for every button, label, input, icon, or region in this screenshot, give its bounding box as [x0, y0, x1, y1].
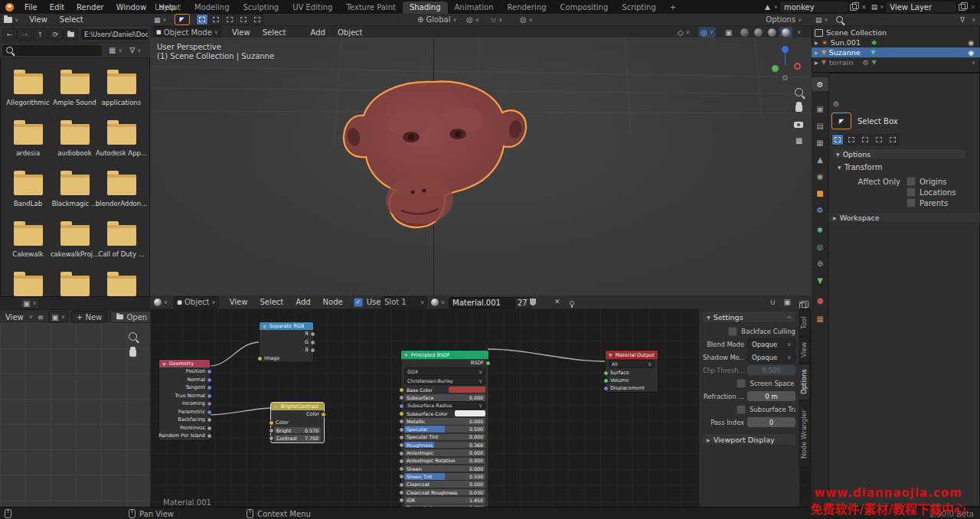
- folder-item[interactable]: cakewalkProj...: [51, 221, 98, 267]
- node-value-row[interactable]: Sheen0.000: [401, 465, 488, 472]
- node-value-row[interactable]: Sheen Tint0.500: [401, 472, 488, 480]
- select-mode-circle[interactable]: [224, 14, 236, 25]
- workspace-panel-header[interactable]: ▶ Workspace: [828, 212, 980, 223]
- scene-icon[interactable]: ▲: [765, 3, 770, 11]
- tab-render-icon[interactable]: ▣: [812, 102, 828, 116]
- node-value-row[interactable]: Clearcoat Roughness0.030: [401, 488, 488, 496]
- distribution-dropdown[interactable]: GGX∨: [404, 367, 485, 376]
- node-output-row[interactable]: Color: [271, 410, 324, 419]
- tab-scene-icon[interactable]: ▲: [812, 152, 828, 166]
- node-header[interactable]: ▼ Material Output: [606, 351, 658, 359]
- refraction-field[interactable]: 0 m: [747, 391, 795, 401]
- slot-dropdown[interactable]: Slot 1 ∨: [381, 296, 427, 308]
- image-editor-canvas[interactable]: [0, 323, 150, 507]
- folder-item[interactable]: blenderAddon...: [98, 171, 145, 217]
- tab-rendering[interactable]: Rendering: [501, 2, 554, 14]
- viewport-ortho-toggle-icon[interactable]: ▦: [795, 136, 802, 145]
- viewport-display-panel-header[interactable]: ▶ Viewport Display: [702, 433, 796, 446]
- ie-view-menu[interactable]: View: [2, 313, 27, 322]
- view-layer-field[interactable]: View Layer: [885, 1, 957, 13]
- new-image-button[interactable]: + New: [71, 311, 107, 323]
- image-editor-type-button[interactable]: ▣ ∨: [20, 297, 40, 309]
- file-browser-editor-icon[interactable]: [4, 17, 12, 23]
- vp-object-menu[interactable]: Object: [332, 28, 369, 37]
- material-output-node[interactable]: ▼ Material Output All∨ Surface Volume Di…: [605, 350, 658, 393]
- node-input-row[interactable]: Volume: [606, 377, 658, 384]
- back-button[interactable]: ←: [2, 28, 17, 41]
- new-layer-icon[interactable]: [959, 4, 965, 11]
- bsdf-output-row[interactable]: BSDF: [401, 359, 488, 367]
- base-color-row[interactable]: Base Color: [401, 386, 488, 393]
- mode-lasso[interactable]: [873, 134, 885, 145]
- se-view-menu[interactable]: View: [224, 298, 254, 306]
- separate-rgb-node[interactable]: ▼ Separate RGB R G B Image: [259, 322, 314, 363]
- material-name-field[interactable]: Material.001: [449, 297, 516, 308]
- tab-tool-icon[interactable]: ⚙: [812, 77, 828, 91]
- display-mode-button[interactable]: ▦∨: [106, 45, 125, 56]
- transform-subpanel-header[interactable]: ▼ Transform: [838, 163, 882, 171]
- view-layer-icon[interactable]: ▤: [871, 3, 878, 11]
- node-input-row[interactable]: Image: [260, 354, 313, 363]
- tab-uv-editing[interactable]: UV Editing: [286, 2, 339, 14]
- node-value-row[interactable]: Clearcoat0.000: [401, 481, 488, 488]
- outliner-search-icon[interactable]: [836, 16, 843, 23]
- subsurface-radius-row[interactable]: Subsurface Radius∨: [401, 402, 488, 410]
- se-node-menu[interactable]: Node: [317, 298, 349, 306]
- open-image-button[interactable]: Open: [110, 311, 152, 323]
- parents-checkbox[interactable]: [906, 198, 916, 207]
- expand-icon[interactable]: ▶: [815, 50, 818, 55]
- select-mode-extra[interactable]: [251, 14, 263, 25]
- folder-item[interactable]: Call of Duty ...: [98, 221, 145, 267]
- backface-culling-checkbox[interactable]: [728, 327, 737, 336]
- axis-x-handle[interactable]: [794, 63, 801, 70]
- viewport-editor-icon[interactable]: ▦: [154, 16, 161, 24]
- expand-icon[interactable]: ▶: [815, 40, 818, 45]
- options-panel-header[interactable]: ▼ Options: [831, 149, 966, 159]
- delete-layer-icon[interactable]: ✕: [970, 4, 975, 11]
- subsurface-color-swatch[interactable]: [455, 410, 485, 417]
- viewport-zoom-icon[interactable]: [795, 88, 803, 98]
- vp-select-menu[interactable]: Select: [256, 28, 292, 37]
- screen-space-checkbox[interactable]: [737, 379, 746, 388]
- node-value-row[interactable]: Roughness0.368: [401, 441, 488, 449]
- shading-rendered[interactable]: [779, 27, 792, 38]
- fb-view-menu[interactable]: View: [23, 15, 54, 24]
- tab-output-icon[interactable]: ▤: [812, 119, 828, 132]
- shader-type-dropdown[interactable]: ■ Object ∨: [174, 296, 219, 308]
- browse-image-button[interactable]: ▣ ∨: [48, 311, 68, 323]
- tab-data-icon[interactable]: ▼: [812, 273, 828, 287]
- node-output-row[interactable]: Random Per Island: [159, 432, 210, 440]
- subsurface-translucency-checkbox[interactable]: [737, 405, 746, 414]
- target-dropdown[interactable]: All∨: [609, 360, 655, 368]
- subsurface-method-dropdown[interactable]: Christensen-Burley∨: [404, 377, 485, 385]
- search-input[interactable]: [2, 45, 102, 56]
- refresh-button[interactable]: ⟳: [48, 28, 63, 41]
- node-output-row[interactable]: Pointiness: [159, 424, 210, 432]
- se-select-menu[interactable]: Select: [253, 298, 289, 306]
- mode-tweak[interactable]: [831, 134, 844, 145]
- folder-item[interactable]: Cakewalk: [5, 221, 51, 267]
- node-value-row[interactable]: IOR1.450: [401, 496, 488, 504]
- shader-editor-icon[interactable]: [154, 299, 162, 306]
- axis-y-handle[interactable]: [772, 65, 779, 72]
- header-chevron[interactable]: ∨: [799, 299, 802, 305]
- viewport-pan-hand-icon[interactable]: [795, 104, 802, 113]
- tab-shading[interactable]: Shading: [403, 2, 448, 14]
- folder-item[interactable]: Allegorithmic: [5, 70, 51, 116]
- shading-material-preview[interactable]: [766, 27, 779, 38]
- sidebar-tab-node-wrangler[interactable]: Node Wrangler: [799, 401, 810, 467]
- pass-index-field[interactable]: 0: [747, 417, 795, 427]
- scene-name-field[interactable]: monkey: [779, 1, 848, 13]
- active-tool-select-box[interactable]: ◤: [175, 14, 190, 25]
- folder-item[interactable]: audiobook: [51, 120, 98, 166]
- mode-circle[interactable]: [859, 134, 871, 145]
- row-chevron[interactable]: ∨: [972, 60, 975, 66]
- node-output-row[interactable]: B: [260, 346, 313, 354]
- select-mode-box[interactable]: [210, 14, 222, 25]
- suzanne-monkey-mesh[interactable]: [337, 79, 536, 236]
- node-header[interactable]: ▼ Bright/Contrast: [271, 403, 324, 410]
- pan-hand-icon[interactable]: [129, 349, 136, 358]
- subsurface-color-row[interactable]: Subsurface Color: [401, 410, 488, 417]
- tab-modifiers-icon[interactable]: ⚙: [812, 203, 828, 217]
- expand-icon[interactable]: ▶: [815, 60, 818, 65]
